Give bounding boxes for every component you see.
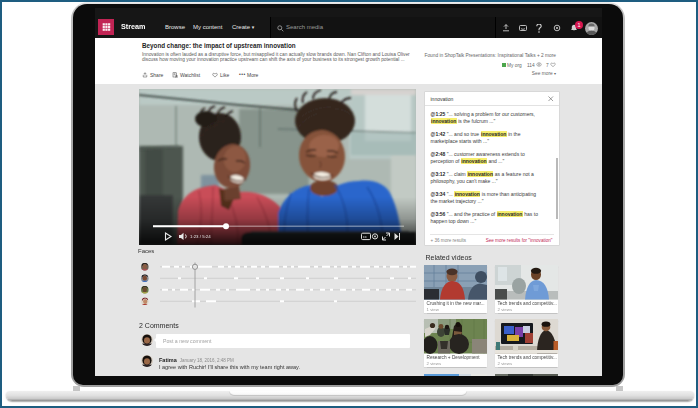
svg-text:1:23 / 5:24: 1:23 / 5:24 <box>190 234 211 239</box>
svg-text:cc: cc <box>363 234 367 239</box>
